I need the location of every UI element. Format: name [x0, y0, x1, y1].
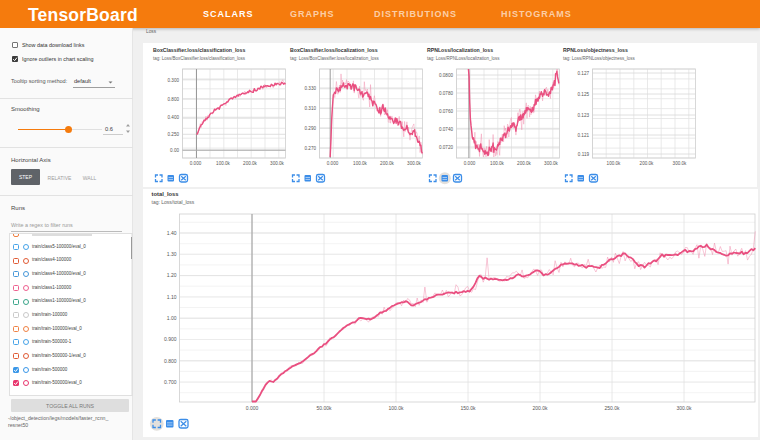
- svg-text:0.400: 0.400: [168, 115, 180, 120]
- svg-text:0.0800: 0.0800: [439, 73, 453, 78]
- svg-text:0.121: 0.121: [578, 133, 590, 138]
- svg-text:0.800: 0.800: [164, 358, 177, 364]
- svg-text:0.300: 0.300: [168, 78, 180, 83]
- svg-text:200.0k: 200.0k: [532, 405, 548, 411]
- svg-text:1.10: 1.10: [167, 294, 177, 300]
- svg-text:tag: Loss/total_loss: tag: Loss/total_loss: [152, 199, 195, 205]
- svg-text:1.30: 1.30: [167, 251, 177, 257]
- svg-text:200.0k: 200.0k: [380, 161, 394, 166]
- svg-text:tag: Loss/BoxClassifier.loss/l: tag: Loss/BoxClassifier.loss/localizatio…: [290, 56, 380, 61]
- svg-text:0.0740: 0.0740: [439, 127, 453, 132]
- svg-text:tag: Loss/BoxClassifier.loss/c: tag: Loss/BoxClassifier.loss/classificat…: [153, 56, 246, 61]
- svg-text:0.0780: 0.0780: [439, 91, 453, 96]
- svg-text:total_loss: total_loss: [152, 191, 179, 197]
- svg-text:0.000: 0.000: [463, 161, 475, 166]
- svg-text:0.000: 0.000: [246, 405, 259, 411]
- svg-text:0.0720: 0.0720: [439, 145, 453, 150]
- svg-text:0.290: 0.290: [304, 126, 316, 131]
- svg-text:0.800: 0.800: [168, 97, 180, 102]
- svg-text:0.330: 0.330: [304, 86, 316, 91]
- svg-text:0.250: 0.250: [168, 132, 180, 137]
- svg-text:200.0k: 200.0k: [640, 161, 654, 166]
- svg-text:tag: Loss/RPNLoss/localization: tag: Loss/RPNLoss/localization_loss: [427, 56, 500, 61]
- svg-text:100.0k: 100.0k: [388, 405, 404, 411]
- svg-text:0.127: 0.127: [578, 71, 590, 76]
- svg-text:300.0k: 300.0k: [673, 161, 687, 166]
- svg-text:0.270: 0.270: [304, 146, 316, 151]
- svg-text:tag: Loss/RPNLoss/objectness_l: tag: Loss/RPNLoss/objectness_loss: [563, 56, 636, 61]
- svg-text:BoxClassifier.loss/classificat: BoxClassifier.loss/classification_loss: [153, 47, 245, 53]
- svg-text:1.20: 1.20: [167, 272, 177, 278]
- svg-text:0.123: 0.123: [578, 113, 590, 118]
- svg-text:0.000: 0.000: [190, 161, 202, 166]
- svg-text:RPNLoss/localization_loss: RPNLoss/localization_loss: [427, 47, 493, 53]
- svg-text:0.125: 0.125: [578, 92, 590, 97]
- svg-text:0.700: 0.700: [164, 379, 177, 385]
- svg-text:150.0k: 150.0k: [460, 405, 476, 411]
- svg-text:0.119: 0.119: [578, 152, 590, 157]
- svg-text:0.900: 0.900: [164, 336, 177, 342]
- svg-text:0.00: 0.00: [170, 148, 179, 153]
- svg-text:1.00: 1.00: [167, 315, 177, 321]
- svg-text:200.0k: 200.0k: [243, 161, 257, 166]
- svg-text:100.0k: 100.0k: [607, 161, 621, 166]
- svg-text:RPNLoss/objectness_loss: RPNLoss/objectness_loss: [563, 47, 628, 53]
- svg-text:BoxClassifier.loss/localizatio: BoxClassifier.loss/localization_loss: [290, 47, 378, 53]
- svg-text:100.0k: 100.0k: [353, 161, 367, 166]
- svg-text:0.0760: 0.0760: [439, 109, 453, 114]
- svg-text:250.0k: 250.0k: [604, 405, 620, 411]
- svg-text:300.0k: 300.0k: [676, 405, 692, 411]
- svg-text:200.0k: 200.0k: [517, 161, 531, 166]
- svg-text:50.00k: 50.00k: [316, 405, 332, 411]
- svg-text:0.310: 0.310: [304, 106, 316, 111]
- svg-text:100.0k: 100.0k: [490, 161, 504, 166]
- svg-text:100.0k: 100.0k: [216, 161, 230, 166]
- svg-text:0.000: 0.000: [327, 161, 339, 166]
- svg-text:1.40: 1.40: [167, 230, 177, 236]
